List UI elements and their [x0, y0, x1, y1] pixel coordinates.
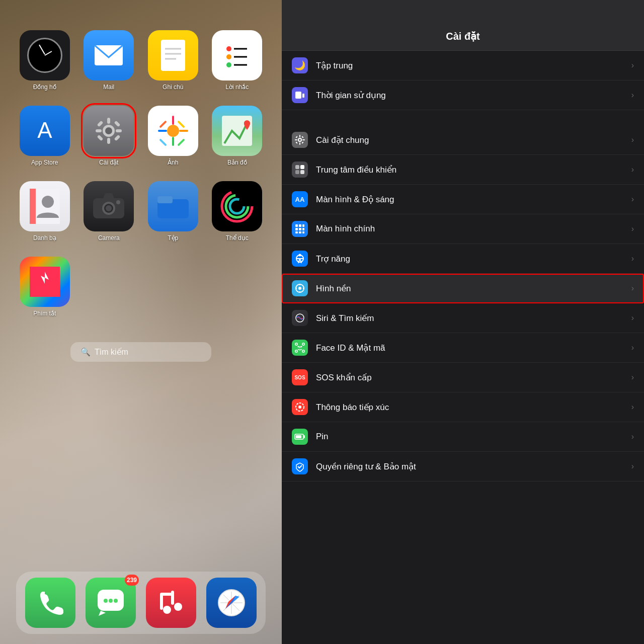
settings-icon [84, 106, 134, 156]
app-maps[interactable]: Bản đồ [208, 106, 267, 166]
app-clock[interactable]: Đồng hồ [15, 30, 74, 91]
svg-point-50 [114, 599, 118, 603]
settings-item-sos[interactable]: SOS SOS khẩn cấp › [282, 363, 644, 392]
settings-item-siri[interactable]: Siri & Tìm kiếm › [282, 303, 644, 333]
wallpaper-chevron: › [631, 284, 634, 293]
maps-icon [212, 106, 262, 156]
svg-rect-102 [302, 343, 304, 345]
sos-label: SOS khẩn cấp [316, 372, 631, 383]
svg-rect-54 [160, 594, 163, 610]
settings-item-focus[interactable]: 🌙 Tập trung › [282, 51, 644, 80]
svg-point-106 [301, 346, 302, 348]
app-shortcuts[interactable]: Phím tắt [15, 257, 74, 317]
app-photos[interactable]: Ảnh [143, 106, 203, 166]
dock-music[interactable] [146, 578, 196, 628]
settings-header: Cài đặt [282, 0, 644, 51]
fitness-label: Thể dục [226, 234, 249, 242]
svg-rect-112 [304, 435, 305, 438]
svg-rect-68 [299, 135, 300, 137]
faceid-chevron: › [631, 343, 634, 352]
svg-point-67 [299, 139, 301, 141]
svg-rect-71 [302, 139, 305, 140]
app-camera[interactable]: Camera [79, 181, 139, 242]
settings-item-faceid[interactable]: Face ID & Mật mã › [282, 333, 644, 363]
battery-chevron: › [631, 432, 634, 441]
faceid-label: Face ID & Mật mã [316, 343, 631, 353]
svg-rect-20 [97, 135, 104, 141]
svg-rect-69 [299, 142, 300, 145]
accessibility-chevron: › [631, 254, 634, 263]
app-notes[interactable]: Ghi chú [143, 30, 203, 91]
svg-rect-21 [114, 135, 121, 141]
clock-label: Đồng hồ [33, 84, 56, 91]
dock-messages[interactable]: 239 [86, 578, 136, 628]
svg-rect-16 [96, 129, 102, 132]
search-bar[interactable]: 🔍 Tìm kiếm [70, 342, 211, 362]
settings-title: Cài đặt [446, 31, 480, 42]
svg-point-49 [109, 599, 113, 603]
settings-item-general[interactable]: Cài đặt chung › [282, 125, 644, 155]
app-settings[interactable]: Cài đặt [79, 106, 139, 166]
battery-icon [292, 429, 308, 445]
svg-point-52 [174, 603, 182, 611]
app-appstore[interactable]: A App Store [15, 106, 74, 166]
settings-item-wallpaper[interactable]: Hình nền › [282, 274, 644, 303]
settings-item-exposure[interactable]: Thông báo tiếp xúc › [282, 392, 644, 422]
svg-point-109 [298, 406, 301, 409]
home-screen: Đồng hồ Mail Ghi chú [0, 0, 282, 644]
accessibility-label: Trợ năng [316, 254, 631, 264]
svg-rect-17 [116, 129, 122, 132]
camera-label: Camera [98, 234, 120, 242]
svg-rect-76 [295, 165, 299, 169]
svg-point-39 [106, 205, 112, 211]
svg-rect-25 [158, 130, 167, 132]
settings-item-controlcenter[interactable]: Trung tâm điều khiển › [282, 155, 644, 185]
contacts-icon [20, 181, 70, 231]
app-reminders[interactable]: Lời nhắc [208, 30, 267, 91]
svg-rect-74 [295, 141, 297, 143]
dock-safari[interactable] [206, 578, 257, 628]
settings-item-homescreen[interactable]: Màn hình chính › [282, 214, 644, 244]
controlcenter-icon [292, 162, 308, 178]
settings-item-display[interactable]: AA Màn hình & Độ sáng › [282, 185, 644, 214]
screentime-icon [292, 87, 308, 103]
exposure-chevron: › [631, 403, 634, 412]
svg-rect-101 [295, 343, 297, 345]
svg-rect-104 [302, 350, 304, 352]
app-fitness[interactable]: Thể dục [208, 181, 267, 242]
siri-chevron: › [631, 313, 634, 323]
svg-rect-1 [161, 40, 185, 71]
svg-rect-29 [159, 138, 167, 146]
svg-point-105 [298, 346, 299, 348]
homescreen-chevron: › [631, 224, 634, 233]
app-mail[interactable]: Mail [79, 30, 139, 91]
search-icon: 🔍 [80, 347, 91, 357]
svg-rect-65 [302, 94, 304, 98]
app-contacts[interactable]: Danh bạ [15, 181, 74, 242]
settings-item-privacy[interactable]: Quyền riêng tư & Bảo mật › [282, 452, 644, 481]
search-text: Tìm kiếm [95, 347, 128, 357]
appstore-icon: A [20, 106, 70, 156]
controlcenter-chevron: › [631, 165, 634, 174]
wallpaper-label: Hình nền [316, 283, 631, 294]
svg-rect-80 [295, 224, 298, 227]
settings-item-accessibility[interactable]: Trợ năng › [282, 244, 644, 274]
svg-rect-73 [301, 136, 303, 138]
svg-rect-83 [295, 228, 298, 230]
svg-rect-55 [160, 593, 174, 596]
dock-phone[interactable] [25, 578, 75, 628]
clock-icon [20, 30, 70, 80]
app-files[interactable]: Tệp [143, 181, 203, 242]
svg-text:A: A [37, 118, 52, 142]
appstore-label: App Store [31, 159, 58, 166]
svg-point-40 [116, 200, 120, 204]
camera-icon [84, 181, 134, 231]
svg-point-51 [163, 606, 171, 614]
svg-rect-24 [172, 137, 174, 146]
svg-rect-77 [300, 165, 304, 169]
svg-rect-85 [302, 228, 304, 230]
settings-item-battery[interactable]: Pin › [282, 422, 644, 452]
settings-item-screentime[interactable]: Thời gian sử dụng › [282, 80, 644, 110]
settings-list: 🌙 Tập trung › Thời gian sử dụng › [282, 51, 644, 644]
screentime-label: Thời gian sử dụng [316, 90, 631, 101]
